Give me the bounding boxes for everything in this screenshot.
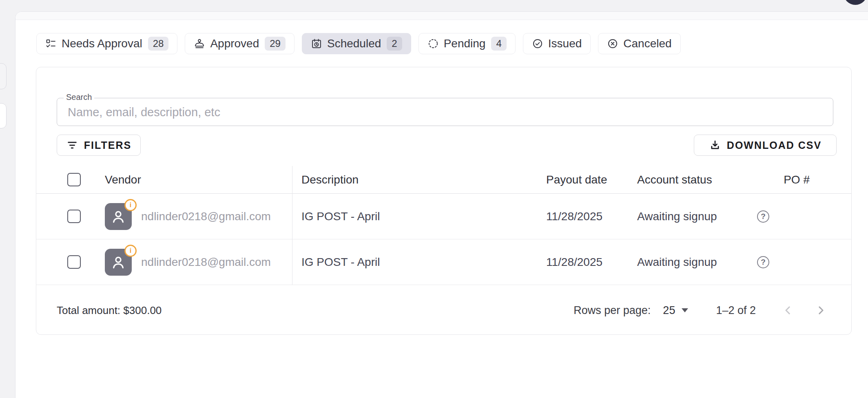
checklist-icon — [45, 38, 57, 49]
card-top-strip — [16, 12, 868, 20]
vendor-email[interactable]: ndlinder0218@gmail.com — [141, 256, 271, 269]
person-icon — [109, 253, 127, 271]
payouts-panel: Search FILTERS DOWNLOAD CSV Vendor Descr… — [36, 67, 852, 335]
table-row-2-vendor-cell: i ndlinder0218@gmail.com — [105, 239, 292, 285]
previous-page-button[interactable] — [782, 304, 794, 316]
calendar-clock-icon — [311, 38, 322, 49]
help-icon[interactable]: ? — [757, 256, 769, 268]
chevron-down-icon — [682, 308, 688, 312]
total-amount: Total amount: $300.00 — [57, 304, 162, 317]
person-icon — [109, 208, 127, 226]
help-icon[interactable]: ? — [757, 210, 769, 223]
vendor-email[interactable]: ndlinder0218@gmail.com — [141, 210, 271, 223]
payout-date-cell: 11/28/2025 — [546, 194, 637, 239]
table-footer: Total amount: $300.00 Rows per page: 25 … — [36, 286, 851, 334]
account-status-cell: Awaiting signup ? — [637, 194, 776, 239]
search-field: Search — [57, 98, 833, 126]
info-badge-icon[interactable]: i — [124, 245, 137, 257]
account-status-text: Awaiting signup — [637, 256, 717, 269]
download-icon — [709, 139, 721, 151]
payout-date-cell: 11/28/2025 — [546, 239, 637, 285]
account-status-text: Awaiting signup — [637, 210, 717, 223]
status-tabs: Needs Approval 28 Approved 29 Scheduled … — [36, 33, 681, 54]
row-checkbox[interactable] — [67, 210, 81, 223]
column-header-payout-date: Payout date — [546, 166, 637, 194]
tab-count-badge: 28 — [148, 37, 169, 51]
tab-count-badge: 2 — [387, 37, 402, 51]
tab-count-badge: 4 — [491, 37, 506, 51]
tab-needs-approval[interactable]: Needs Approval 28 — [36, 33, 177, 54]
left-edge-peek-button-2[interactable] — [0, 103, 7, 128]
profile-avatar[interactable] — [844, 0, 867, 5]
dashed-circle-icon — [427, 38, 439, 49]
table-row-1-checkbox-cell — [36, 194, 105, 239]
rows-per-page-value: 25 — [663, 304, 675, 317]
row-checkbox[interactable] — [67, 255, 81, 269]
column-header-description: Description — [292, 166, 546, 194]
pagination-range: 1–2 of 2 — [716, 304, 756, 317]
pagination: Rows per page: 25 1–2 of 2 — [574, 304, 827, 317]
x-circle-icon — [607, 38, 618, 49]
rows-per-page-label: Rows per page: — [574, 304, 651, 317]
download-button-label: DOWNLOAD CSV — [727, 139, 822, 151]
tab-label: Needs Approval — [62, 37, 142, 50]
tab-label: Pending — [444, 37, 486, 50]
next-page-button[interactable] — [815, 304, 827, 316]
payouts-screen: Needs Approval 28 Approved 29 Scheduled … — [0, 0, 868, 398]
tab-label: Approved — [210, 37, 259, 50]
tab-pending[interactable]: Pending 4 — [418, 33, 516, 54]
filter-icon — [66, 139, 78, 151]
tab-label: Scheduled — [327, 37, 381, 50]
account-status-cell: Awaiting signup ? — [637, 239, 776, 285]
po-cell — [776, 239, 851, 285]
tab-canceled[interactable]: Canceled — [598, 33, 680, 54]
left-edge-peek-button-1[interactable] — [0, 63, 7, 89]
po-cell — [776, 194, 851, 239]
description-cell: IG POST - April — [292, 239, 546, 285]
filters-button[interactable]: FILTERS — [57, 135, 141, 156]
vendor-avatar: i — [105, 203, 132, 230]
tab-approved[interactable]: Approved 29 — [185, 33, 294, 54]
info-badge-icon[interactable]: i — [124, 199, 137, 211]
tab-issued[interactable]: Issued — [523, 33, 591, 54]
column-header-account-status: Account status — [637, 166, 776, 194]
tab-label: Issued — [548, 37, 582, 50]
tab-scheduled[interactable]: Scheduled 2 — [302, 33, 411, 54]
tab-count-badge: 29 — [265, 37, 286, 51]
payouts-table: Vendor Description Payout date Account s… — [36, 166, 851, 285]
chevron-right-icon — [815, 304, 827, 316]
table-row-2-checkbox-cell — [36, 239, 105, 285]
download-csv-button[interactable]: DOWNLOAD CSV — [694, 135, 837, 156]
main-card: Needs Approval 28 Approved 29 Scheduled … — [15, 11, 868, 398]
rows-per-page-select[interactable]: 25 — [663, 304, 688, 317]
chevron-left-icon — [782, 304, 794, 316]
header-select-all-cell — [36, 166, 105, 194]
filters-button-label: FILTERS — [84, 139, 131, 151]
vendor-avatar: i — [105, 249, 132, 276]
column-header-vendor: Vendor — [105, 166, 292, 194]
description-cell: IG POST - April — [292, 194, 546, 239]
tab-label: Canceled — [623, 37, 671, 50]
stamp-icon — [194, 38, 205, 49]
table-row-1-vendor-cell: i ndlinder0218@gmail.com — [105, 194, 292, 239]
select-all-checkbox[interactable] — [67, 173, 81, 186]
search-input[interactable] — [67, 98, 825, 126]
check-circle-icon — [532, 38, 543, 49]
column-header-po: PO # — [776, 166, 851, 194]
